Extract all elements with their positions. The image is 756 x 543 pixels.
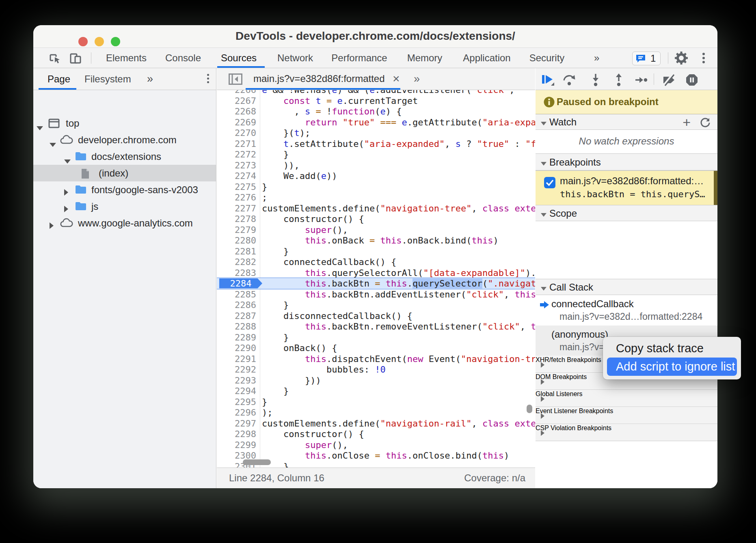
vertical-scrollbar[interactable] [527,405,532,413]
stack-frame-1[interactable]: connectedCallbackmain.js?v=e382d…formatt… [536,295,717,325]
step-out-icon[interactable] [612,73,626,87]
hide-navigator-icon[interactable] [229,73,242,85]
line-number[interactable]: 2273 [217,160,256,171]
tree-item--index-[interactable]: (index) [33,165,216,181]
code-line-2271[interactable]: 2271 t.setAttribute("aria-expanded", s ?… [217,138,535,149]
more-editor-tabs-icon[interactable]: » [414,68,420,89]
code-line-2284[interactable]: 22842284 this.backBtn = this.querySelect… [217,278,535,289]
code-line-2299[interactable]: 2299 super(), [217,440,535,450]
kebab-menu-icon[interactable] [702,53,705,63]
tab-elements[interactable]: Elements [106,48,147,68]
console-drawer-badge[interactable]: 1 [632,52,661,65]
code-line-2290[interactable]: 2290 onBack() { [217,343,535,353]
step-icon[interactable] [635,73,648,87]
horizontal-scrollbar[interactable] [243,459,271,465]
code-line-2269[interactable]: 2269 return "true" === e.getAttribute("a… [217,117,535,128]
line-number[interactable]: 2267 [217,95,256,106]
tab-security[interactable]: Security [529,48,565,68]
tree-item-www-google-analytics-com[interactable]: www.google-analytics.com [33,215,216,231]
scope-local[interactable] [536,224,717,237]
tab-network[interactable]: Network [277,48,313,68]
code-line-2288[interactable]: 2288 this.backBtn.removeEventListener("c… [217,321,535,332]
line-number[interactable]: 2299 [217,440,256,450]
line-number[interactable]: 2281 [217,246,256,257]
add-watch-icon[interactable]: + [683,114,691,130]
line-number[interactable]: 2277 [217,203,256,214]
tab-performance[interactable]: Performance [331,48,387,68]
file-tab-label[interactable]: main.js?v=e382d86f:formatted [253,68,385,89]
line-number[interactable]: 2282 [217,256,256,267]
tree-item-top[interactable]: top [33,115,216,131]
breakpoints-section-header[interactable]: Breakpoints [536,153,717,170]
line-number[interactable]: 2280 [217,235,256,246]
code-line-2273[interactable]: 2273 )), [217,160,535,171]
line-number[interactable]: 2276 [217,192,256,203]
code-line-2281[interactable]: 2281 } [217,246,535,257]
tree-item-fonts-google-sans-v2003[interactable]: fonts/google-sans-v2003 [33,181,216,198]
line-number[interactable]: 2274 [217,170,256,181]
line-number[interactable]: 2292 [217,364,256,375]
code-line-2277[interactable]: 2277customElements.define("navigation-tr… [217,203,535,214]
line-number[interactable]: 2285 [217,289,256,300]
tab-page[interactable]: Page [48,68,70,90]
callstack-section-header[interactable]: Call Stack [536,279,717,295]
line-number[interactable]: 2291 [217,353,256,364]
inspect-icon[interactable] [48,52,62,65]
scope-global[interactable] [536,263,717,276]
watch-section-header[interactable]: Watch + [536,114,717,130]
line-number[interactable]: 2294 [217,386,256,396]
tree-item-developer-chrome-com[interactable]: developer.chrome.com [33,131,216,148]
code-line-2292[interactable]: 2292 bubbles: !0 [217,364,535,375]
code-line-2280[interactable]: 2280 this.onBack = this.onBack.bind(this… [217,235,535,246]
line-number[interactable]: 2270 [217,127,256,138]
line-number[interactable]: 2293 [217,375,256,386]
step-over-icon[interactable] [562,73,576,87]
code-line-2285[interactable]: 2285 this.backBtn.addEventListener("clic… [217,289,535,300]
maximize-window-button[interactable] [111,37,120,46]
close-window-button[interactable] [78,37,88,46]
menu-item-copy-stack-trace[interactable]: Copy stack trace [616,340,704,356]
line-number[interactable]: 2268 [217,106,256,117]
code-line-2282[interactable]: 2282 connectedCallback() { [217,256,535,267]
line-number[interactable]: 2271 [217,138,256,149]
code-line-2298[interactable]: 2298 constructor() { [217,429,535,440]
code-line-2270[interactable]: 2270 }(t); [217,127,535,138]
device-toolbar-icon[interactable] [69,52,83,65]
section-csp-violation-breakpoints[interactable]: CSP Violation Breakpoints [536,424,717,441]
minimize-window-button[interactable] [95,37,104,46]
step-into-icon[interactable] [589,73,603,87]
menu-item-add-script-to-ignore-list[interactable]: Add script to ignore list [607,358,737,376]
line-number[interactable]: 2290 [217,343,256,353]
line-number[interactable]: 2283 [217,267,256,278]
line-number[interactable]: 2272 [217,149,256,160]
more-panels-icon[interactable]: » [594,48,599,68]
code-line-2278[interactable]: 2278 constructor() { [217,213,535,224]
tab-sources[interactable]: Sources [221,48,257,68]
code-line-2272[interactable]: 2272 } [217,149,535,160]
code-line-2274[interactable]: 2274 We.add(e)) [217,170,535,181]
code-line-2286[interactable]: 2286 } [217,300,535,310]
code-line-2291[interactable]: 2291 this.dispatchEvent(new Event("navig… [217,353,535,364]
section-event-listener-breakpoints[interactable]: Event Listener Breakpoints [536,407,717,424]
code-line-2293[interactable]: 2293 })) [217,375,535,386]
line-number[interactable]: 2278 [217,213,256,224]
section-global-listeners[interactable]: Global Listeners [536,390,717,407]
code-line-2276[interactable]: 2276; [217,192,535,203]
code-line-2296[interactable]: 2296); [217,407,535,418]
line-number[interactable]: 2287 [217,310,256,321]
line-number[interactable]: 2269 [217,117,256,128]
code-line-2266[interactable]: 2266e && !We.has(e) && (e.addEventListen… [217,90,535,95]
line-number[interactable]: 2288 [217,321,256,332]
pause-on-exceptions-icon[interactable] [685,73,699,87]
line-number[interactable]: 2289 [217,332,256,343]
scope-section-header[interactable]: Scope [536,205,717,221]
tab-application[interactable]: Application [463,48,510,68]
line-number[interactable]: 2295 [217,396,256,407]
resume-script-icon[interactable] [541,73,555,87]
scope-this[interactable] [536,237,717,250]
deactivate-breakpoints-icon[interactable] [662,73,676,87]
code-line-2294[interactable]: 2294 } [217,386,535,396]
code-line-2275[interactable]: 2275} [217,181,535,192]
refresh-watch-icon[interactable] [700,117,711,128]
line-number[interactable]: 2296 [217,407,256,418]
